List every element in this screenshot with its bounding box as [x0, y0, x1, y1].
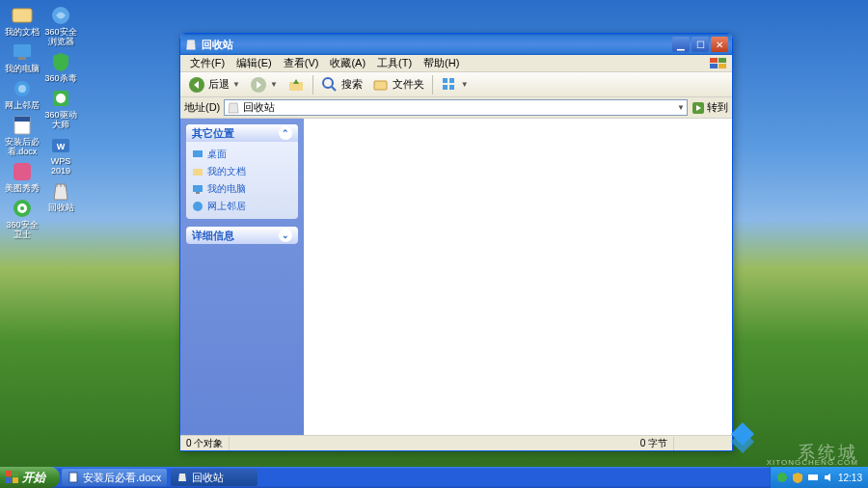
- status-object-count: 0 个对象: [180, 437, 230, 450]
- desktop-icon[interactable]: 回收站: [42, 179, 79, 212]
- search-button[interactable]: 搜索: [317, 74, 366, 95]
- folder-up-icon: [287, 76, 305, 94]
- windows-flag-icon: [709, 57, 728, 70]
- document-icon: [68, 472, 79, 483]
- tray-icon: [792, 472, 803, 483]
- separator: [312, 75, 313, 95]
- folders-icon: [372, 76, 390, 94]
- menu-edit[interactable]: 编辑(E): [231, 55, 278, 71]
- menu-view[interactable]: 查看(V): [278, 55, 325, 71]
- watermark-icon: [723, 419, 762, 457]
- svg-rect-37: [13, 471, 18, 476]
- dropdown-icon[interactable]: ▼: [677, 103, 685, 112]
- panel-header[interactable]: 详细信息 ⌄: [186, 227, 298, 244]
- svg-rect-1: [14, 44, 31, 57]
- desktop-icons-col1: 我的文档 我的电脑 网上邻居 安装后必看.docx 美图秀秀 360安全卫士: [4, 4, 41, 243]
- svg-rect-16: [710, 58, 718, 63]
- desktop-icon[interactable]: 360杀毒: [42, 50, 79, 83]
- desktop-icon[interactable]: 我的电脑: [4, 41, 41, 73]
- svg-rect-18: [710, 64, 718, 68]
- separator: [432, 75, 433, 95]
- volume-icon: [823, 472, 834, 483]
- taskbar-item[interactable]: 安装后必看.docx: [62, 469, 167, 486]
- dropdown-icon: ▼: [270, 80, 278, 89]
- forward-button[interactable]: ▼: [246, 74, 282, 95]
- forward-arrow-icon: [250, 76, 267, 94]
- window-body: 其它位置 ⌃ 桌面 我的文档 我的电脑 网上邻居 详细信息 ⌄: [180, 119, 732, 435]
- statusbar: 0 个对象 0 字节: [180, 435, 732, 450]
- svg-rect-2: [18, 57, 26, 60]
- details-panel: 详细信息 ⌄: [186, 227, 298, 244]
- addressbar: 地址(D) 回收站 ▼ 转到: [180, 97, 732, 119]
- desktop-icon[interactable]: 360安全卫士: [4, 197, 41, 239]
- recycle-bin-icon: [227, 101, 240, 115]
- desktop-icon[interactable]: WWPS 2019: [42, 133, 79, 176]
- status-size: 0 字节: [635, 437, 674, 450]
- folders-button[interactable]: 文件夹: [368, 74, 428, 95]
- folder-icon: [192, 166, 203, 177]
- clock: 12:13: [838, 473, 862, 483]
- menu-file[interactable]: 文件(F): [184, 55, 231, 71]
- sidebar-link-desktop[interactable]: 桌面: [192, 146, 292, 163]
- svg-rect-33: [193, 185, 203, 192]
- go-button[interactable]: 转到: [692, 100, 728, 115]
- svg-text:W: W: [57, 142, 66, 151]
- desktop-icon[interactable]: 网上邻居: [4, 77, 41, 110]
- svg-rect-25: [374, 81, 387, 90]
- back-arrow-icon: [188, 76, 205, 94]
- sidebar-link-documents[interactable]: 我的文档: [192, 163, 292, 180]
- maximize-button[interactable]: ☐: [692, 37, 709, 52]
- explorer-window: 回收站 ▁ ☐ ✕ 文件(F) 编辑(E) 查看(V) 收藏(A) 工具(T) …: [179, 33, 733, 451]
- desktop-icons-col2: 360安全浏览器 360杀毒 360驱动大师 WWPS 2019 回收站: [42, 4, 79, 216]
- menu-help[interactable]: 帮助(H): [418, 55, 465, 71]
- desktop-icon[interactable]: 安装后必看.docx: [4, 114, 41, 156]
- menu-tools[interactable]: 工具(T): [371, 55, 418, 71]
- desktop-icon[interactable]: 我的文档: [4, 4, 41, 37]
- desktop-icon[interactable]: 360安全浏览器: [42, 4, 79, 46]
- views-icon: [441, 76, 458, 94]
- svg-line-24: [332, 87, 336, 91]
- content-area[interactable]: [304, 119, 732, 435]
- svg-rect-34: [196, 192, 200, 194]
- sidebar-link-network[interactable]: 网上邻居: [192, 198, 292, 215]
- svg-rect-36: [6, 471, 12, 476]
- go-arrow-icon: [692, 101, 705, 115]
- back-button[interactable]: 后退 ▼: [184, 74, 244, 95]
- recycle-bin-icon: [176, 472, 188, 483]
- svg-rect-17: [719, 58, 726, 63]
- svg-rect-39: [13, 477, 18, 483]
- minimize-button[interactable]: ▁: [672, 37, 690, 52]
- collapse-icon: ⌃: [279, 126, 292, 140]
- tray-icon: [807, 472, 819, 483]
- sidebar-link-computer[interactable]: 我的电脑: [192, 180, 292, 198]
- panel-header[interactable]: 其它位置 ⌃: [186, 124, 298, 142]
- address-input[interactable]: 回收站 ▼: [224, 99, 688, 116]
- menu-favorites[interactable]: 收藏(A): [324, 55, 371, 71]
- dropdown-icon: ▼: [232, 80, 240, 89]
- svg-point-23: [323, 78, 333, 88]
- system-tray[interactable]: 12:13: [770, 467, 868, 488]
- svg-rect-42: [808, 474, 818, 480]
- tray-icon: [776, 472, 788, 483]
- svg-rect-7: [14, 163, 31, 180]
- network-icon: [192, 201, 203, 212]
- svg-rect-0: [13, 9, 32, 22]
- desktop-icon: [192, 149, 203, 160]
- svg-rect-40: [69, 473, 77, 482]
- svg-rect-29: [449, 85, 454, 90]
- desktop-icon[interactable]: 美图秀秀: [4, 160, 41, 193]
- views-button[interactable]: ▼: [437, 74, 473, 95]
- titlebar[interactable]: 回收站 ▁ ☐ ✕: [180, 34, 732, 55]
- sidebar: 其它位置 ⌃ 桌面 我的文档 我的电脑 网上邻居 详细信息 ⌄: [180, 119, 304, 435]
- up-button[interactable]: [284, 74, 309, 95]
- window-title: 回收站: [202, 38, 670, 52]
- windows-logo-icon: [6, 471, 19, 484]
- taskbar-item[interactable]: 回收站: [171, 469, 258, 486]
- svg-rect-27: [449, 78, 454, 83]
- menubar: 文件(F) 编辑(E) 查看(V) 收藏(A) 工具(T) 帮助(H): [180, 55, 732, 72]
- svg-rect-31: [193, 150, 203, 157]
- close-button[interactable]: ✕: [711, 37, 728, 52]
- svg-point-10: [20, 206, 24, 210]
- start-button[interactable]: 开始: [0, 467, 60, 488]
- desktop-icon[interactable]: 360驱动大师: [42, 87, 79, 129]
